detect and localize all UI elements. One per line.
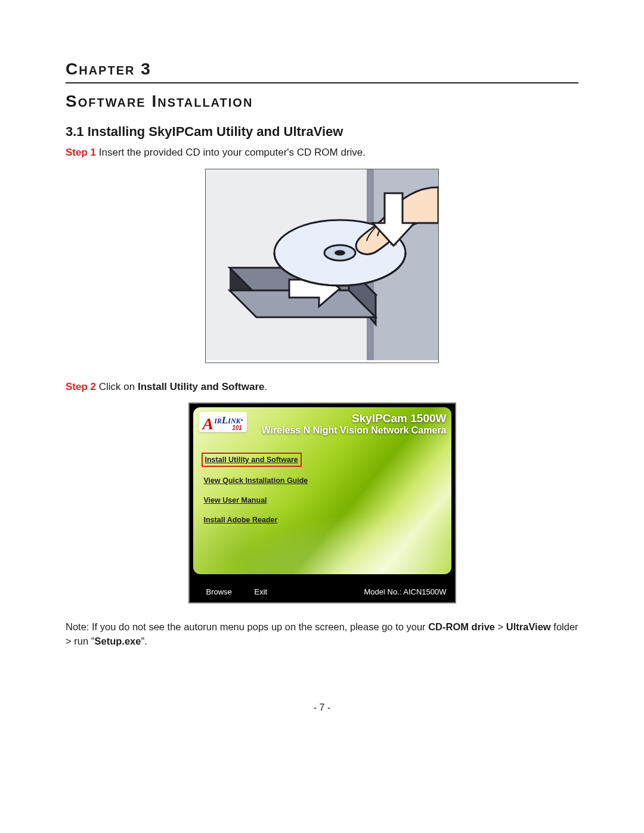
note-text: Note: If you do not see the autorun menu… [66, 620, 578, 649]
divider [66, 82, 578, 83]
installer-bottom-bar: Browse Exit Model No.: AICN1500W [190, 574, 455, 602]
step-1-label: Step 1 [66, 147, 96, 158]
page-number: - 7 - [66, 702, 578, 713]
model-number: Model No.: AICN1500W [364, 587, 446, 596]
figure-cd-insert: AirLink 101 [66, 169, 578, 363]
chapter-label: Chapter 3 [66, 60, 578, 79]
product-titles: SkyIPCam 1500W Wireless N Night Vision N… [262, 412, 447, 436]
brand-a: A [203, 417, 215, 431]
cd-insert-illustration: AirLink 101 [205, 169, 439, 363]
menu-adobe-reader[interactable]: Install Adobe Reader [202, 514, 280, 526]
menu-install-utility[interactable]: Install Utility and Software [202, 453, 302, 467]
figure-installer: A irLink· 101 SkyIPCam 1500W Wireless N … [66, 402, 578, 603]
section-heading: 3.1 Installing SkyIPCam Utility and Ultr… [66, 124, 578, 140]
step-2-text: Step 2 Click on Install Utility and Soft… [66, 380, 578, 395]
step-2-after: . [265, 381, 268, 392]
chapter-title: Software Installation [66, 92, 578, 111]
step-2-label: Step 2 [66, 381, 96, 392]
browse-button[interactable]: Browse [206, 587, 232, 596]
document-page: Chapter 3 Software Installation 3.1 Inst… [0, 0, 644, 737]
installer-window: A irLink· 101 SkyIPCam 1500W Wireless N … [188, 402, 456, 603]
step-1-text: Step 1 Insert the provided CD into your … [66, 145, 578, 160]
menu-user-manual[interactable]: View User Manual [202, 494, 270, 506]
brand-logo: A irLink· 101 [199, 412, 247, 432]
note-cdrom: CD-ROM drive [428, 621, 495, 632]
note-ultraview: UltraView [506, 621, 551, 632]
menu-quick-guide[interactable]: View Quick Installation Guide [202, 475, 311, 487]
step-2-before: Click on [96, 381, 138, 392]
svg-point-5 [335, 250, 345, 255]
step-1-body: Insert the provided CD into your compute… [96, 147, 366, 158]
product-name: SkyIPCam 1500W [262, 412, 447, 425]
step-2-bold: Install Utility and Software [138, 381, 265, 392]
product-desc: Wireless N Night Vision Network Camera [262, 425, 447, 436]
note-setup: Setup.exe [95, 636, 141, 646]
installer-menu: Install Utility and Software View Quick … [193, 436, 451, 534]
exit-button[interactable]: Exit [254, 587, 267, 596]
installer-top-panel: A irLink· 101 SkyIPCam 1500W Wireless N … [193, 407, 451, 574]
